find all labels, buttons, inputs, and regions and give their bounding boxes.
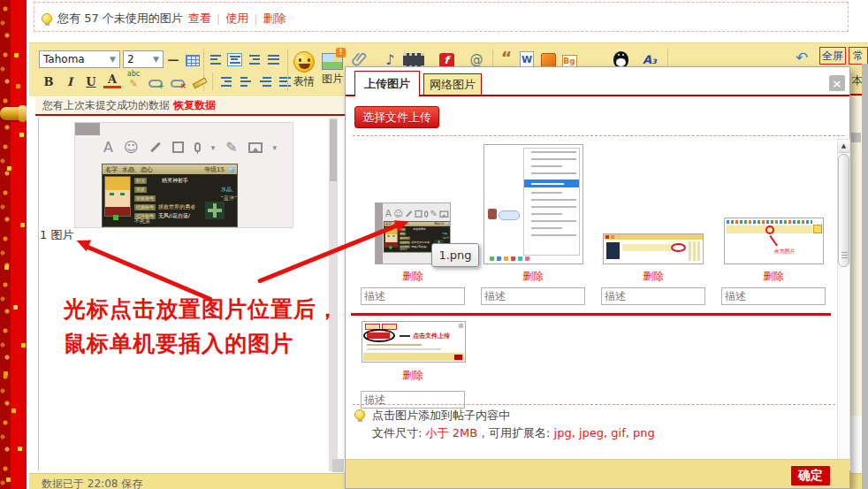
orange-book-icon bbox=[541, 53, 556, 68]
choose-file-button[interactable]: 选择文件上传 bbox=[354, 106, 439, 128]
bullet-list-button[interactable] bbox=[276, 73, 293, 90]
quote-button[interactable]: “ bbox=[498, 49, 515, 66]
notification-badge: ! bbox=[336, 48, 346, 57]
viewer-toolbar-icons: A ☺ ✎ bbox=[385, 209, 448, 219]
row-value: 拯救世界的勇者 bbox=[158, 203, 195, 211]
row-label: 家族称号 bbox=[400, 236, 410, 239]
tab-upload-image[interactable]: 上传图片 bbox=[354, 71, 420, 96]
thumbnail-preview[interactable] bbox=[603, 233, 704, 264]
highlight-button[interactable]: abc ✎ bbox=[125, 71, 142, 88]
emoticon-button[interactable]: 表情 bbox=[293, 51, 315, 89]
microphone-icon bbox=[424, 210, 428, 217]
align-justify-button[interactable] bbox=[264, 50, 282, 68]
font-color-button[interactable]: A bbox=[103, 73, 121, 88]
red-pointer-line bbox=[769, 235, 778, 247]
tab-network-image[interactable]: 网络图片 bbox=[423, 73, 482, 96]
bold-button[interactable]: B bbox=[40, 73, 57, 90]
align-center-button[interactable] bbox=[225, 50, 243, 68]
delete-label: 删除 bbox=[402, 369, 423, 381]
toolbar-separator bbox=[287, 49, 288, 91]
audio-button[interactable]: ♪ bbox=[381, 50, 399, 68]
italic-button[interactable]: I bbox=[61, 73, 79, 90]
font-size-select[interactable]: 2 ▼ bbox=[123, 50, 164, 68]
row-value: 无风//花自落/ bbox=[411, 245, 427, 248]
outdent-button[interactable] bbox=[237, 73, 255, 90]
font-family-select[interactable]: Tahoma ▼ bbox=[39, 50, 120, 68]
image-icon bbox=[439, 210, 448, 217]
description-input[interactable] bbox=[361, 391, 465, 409]
delete-image-link[interactable]: 删除 bbox=[358, 269, 468, 284]
editor-scrollbar[interactable] bbox=[329, 118, 338, 471]
a-small-icon: A₃ bbox=[643, 53, 657, 66]
format-brush-button[interactable] bbox=[191, 74, 209, 92]
word-paste-button[interactable]: W bbox=[518, 50, 536, 68]
delete-image-link[interactable]: 删除 bbox=[598, 269, 708, 284]
qq-button[interactable] bbox=[612, 50, 629, 68]
thumbnail-preview[interactable]: 点击图片 bbox=[724, 218, 824, 264]
browser-scrollbar[interactable] bbox=[862, 64, 868, 489]
row-label: 职业 bbox=[134, 178, 147, 184]
quote-icon: “ bbox=[501, 48, 513, 67]
uploaded-item: 删除 bbox=[478, 142, 588, 305]
delete-image-link[interactable]: 删除 bbox=[358, 368, 468, 383]
dialog-footer: 确定 bbox=[346, 459, 849, 488]
ordered-list-icon bbox=[258, 75, 273, 88]
bulb-icon bbox=[42, 13, 52, 24]
delete-image-link[interactable]: 删除 bbox=[719, 269, 828, 284]
dialog-scrollbar[interactable]: ▲ bbox=[837, 139, 850, 470]
description-input[interactable] bbox=[481, 287, 585, 305]
insert-image-button[interactable]: 图片 bbox=[322, 53, 343, 87]
attachment-button[interactable] bbox=[351, 50, 369, 68]
insert-table-button[interactable] bbox=[184, 51, 202, 69]
email-button[interactable]: @ bbox=[468, 50, 485, 68]
remove-link-button[interactable]: × bbox=[169, 74, 187, 92]
chevron-down-icon: ▼ bbox=[153, 55, 159, 64]
common-panel-button[interactable]: 常 bbox=[849, 47, 868, 65]
unused-images-notice: 您有 57 个未使用的图片 查看 | 使用 | 删除 bbox=[34, 2, 849, 32]
delete-label: 删除 bbox=[402, 270, 423, 282]
inserted-image[interactable]: A ☺ ▾ ✎ ▾ 名字 水晶、恋心 等级15 职业精灵神射手 家族水晶、 家族… bbox=[74, 122, 293, 228]
indent-button[interactable] bbox=[217, 73, 235, 90]
undo-button[interactable]: ↶ bbox=[793, 49, 811, 66]
view-link[interactable]: 查看 bbox=[188, 11, 211, 27]
align-left-button[interactable] bbox=[207, 50, 225, 68]
restore-data-link[interactable]: 恢复数据 bbox=[173, 98, 216, 113]
ordered-list-button[interactable] bbox=[256, 73, 274, 90]
selection-icon bbox=[172, 141, 184, 153]
underline-button[interactable]: U bbox=[82, 73, 100, 90]
close-icon[interactable]: × bbox=[829, 75, 845, 91]
tab-underline bbox=[346, 95, 849, 96]
row-label: 家族称号 bbox=[134, 195, 156, 202]
film-icon bbox=[403, 53, 424, 68]
delete-image-link[interactable]: 删除 bbox=[478, 269, 588, 284]
font-size-value: 2 bbox=[127, 53, 134, 65]
align-right-icon bbox=[247, 53, 262, 66]
link-icon: + bbox=[148, 80, 163, 88]
align-right-button[interactable] bbox=[245, 50, 263, 68]
fullscreen-button[interactable]: 全屏 bbox=[819, 47, 846, 65]
delete-link[interactable]: 删除 bbox=[263, 11, 286, 27]
insert-link-button[interactable]: + bbox=[147, 74, 164, 92]
horizontal-rule-button[interactable]: — bbox=[164, 50, 182, 68]
description-input[interactable] bbox=[601, 287, 705, 305]
text-icon: A bbox=[103, 139, 113, 156]
thumbnail-preview[interactable]: 点击文件上传 bbox=[362, 321, 466, 363]
red-circle-annotation bbox=[765, 225, 774, 234]
use-link[interactable]: 使用 bbox=[225, 11, 248, 27]
scroll-up-button[interactable]: ▲ bbox=[838, 140, 849, 153]
editor-scrollbar-thumb[interactable] bbox=[330, 119, 337, 181]
thumbnail-preview[interactable] bbox=[483, 144, 583, 264]
description-input[interactable] bbox=[361, 287, 465, 305]
microphone-icon bbox=[194, 142, 201, 152]
outdent-icon bbox=[239, 75, 254, 88]
context-menu-shot bbox=[523, 148, 580, 256]
description-input[interactable] bbox=[721, 287, 826, 305]
image-label: 图片 bbox=[322, 72, 343, 87]
autosave-text: 数据已于 22:08 保存 bbox=[42, 478, 142, 489]
confirm-button[interactable]: 确定 bbox=[791, 466, 830, 485]
font-style-button[interactable]: A₃ bbox=[641, 50, 659, 68]
align-left-icon bbox=[209, 53, 224, 66]
scrollbar-thumb[interactable] bbox=[838, 154, 849, 267]
music-note-icon: ♪ bbox=[385, 51, 394, 68]
confetti-specks bbox=[0, 0, 4, 4]
